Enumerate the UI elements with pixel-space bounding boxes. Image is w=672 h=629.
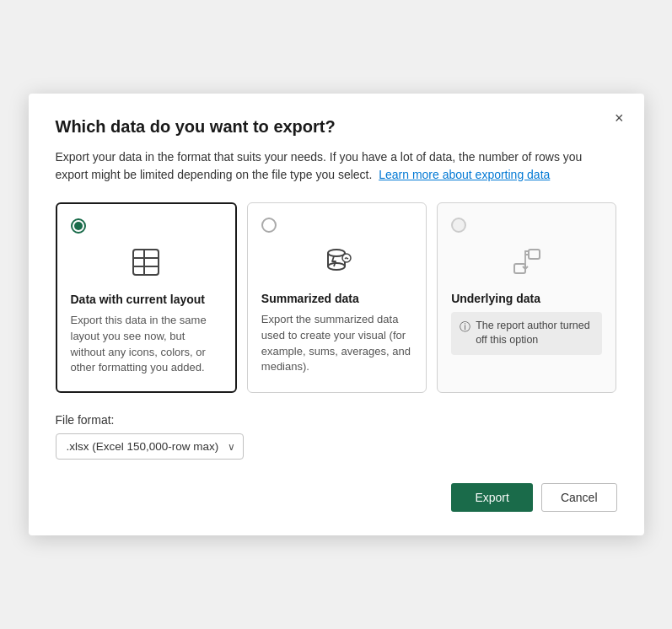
layout-icon xyxy=(71,242,222,282)
svg-rect-0 xyxy=(133,250,159,275)
radio-layout[interactable] xyxy=(71,218,86,234)
option-desc-summarized: Export the summarized data used to creat… xyxy=(261,312,412,375)
svg-point-4 xyxy=(328,250,345,256)
file-format-select[interactable]: .xlsx (Excel 150,000-row max) xyxy=(56,433,244,460)
option-title-layout: Data with current layout xyxy=(71,293,222,306)
options-row: Data with current layout Export this dat… xyxy=(56,202,617,393)
cancel-button[interactable]: Cancel xyxy=(541,483,617,512)
close-button[interactable]: × xyxy=(610,107,629,129)
learn-more-link[interactable]: Learn more about exporting data xyxy=(379,168,550,181)
svg-rect-10 xyxy=(514,264,525,273)
export-button[interactable]: Export xyxy=(451,483,532,512)
svg-point-7 xyxy=(328,263,345,270)
option-card-underlying: Underlying data ⓘ The report author turn… xyxy=(437,202,616,393)
export-dialog: × Which data do you want to export? Expo… xyxy=(29,94,644,535)
info-icon: ⓘ xyxy=(460,320,470,335)
svg-rect-9 xyxy=(529,250,540,259)
dialog-description: Export your data in the format that suit… xyxy=(56,148,617,184)
option-card-summarized[interactable]: Summarized data Export the summarized da… xyxy=(247,202,427,393)
radio-underlying xyxy=(451,218,466,233)
option-card-layout[interactable]: Data with current layout Export this dat… xyxy=(56,202,237,393)
summarized-icon xyxy=(261,241,412,282)
option-title-underlying: Underlying data xyxy=(451,292,602,305)
file-format-label: File format: xyxy=(56,413,617,427)
file-format-section: File format: .xlsx (Excel 150,000-row ma… xyxy=(56,413,617,460)
disabled-notice: ⓘ The report author turned off this opti… xyxy=(451,312,602,355)
radio-summarized[interactable] xyxy=(261,218,277,233)
option-title-summarized: Summarized data xyxy=(261,292,412,305)
notice-text: The report author turned off this option xyxy=(476,319,594,348)
dialog-title: Which data do you want to export? xyxy=(56,117,617,137)
dialog-footer: Export Cancel xyxy=(56,483,617,512)
underlying-icon xyxy=(451,241,602,282)
option-desc-layout: Export this data in the same layout you … xyxy=(71,313,222,376)
file-format-select-wrapper: .xlsx (Excel 150,000-row max) xyxy=(56,433,244,460)
